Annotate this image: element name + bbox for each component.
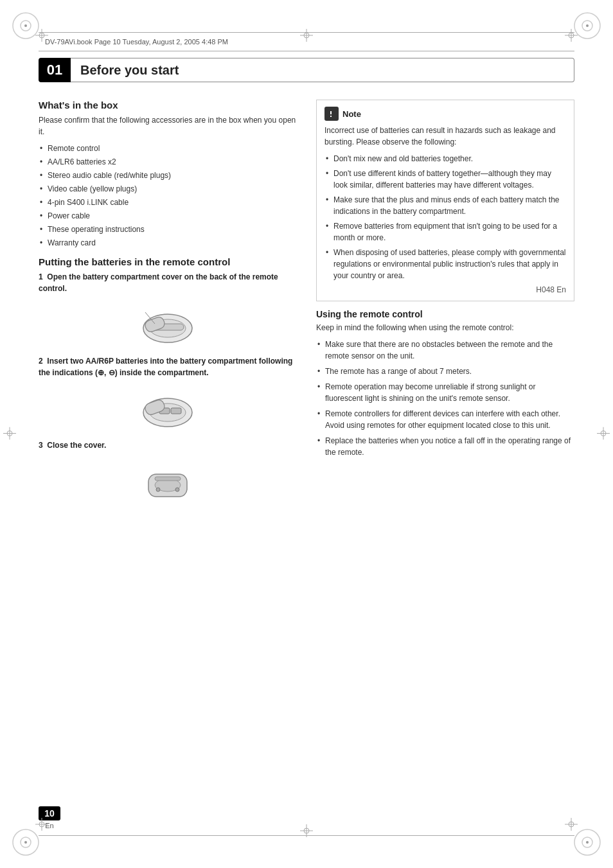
list-item: Remote control [39,143,297,154]
svg-point-41 [175,488,179,492]
note-title: Note [342,109,361,119]
list-item: Warranty card [39,237,297,249]
main-content: What's in the box Please confirm that th… [39,100,574,512]
note-list-item: When disposing of used batteries, please… [324,247,566,281]
note-list-item: Make sure that the plus and minus ends o… [324,194,566,217]
list-item: Video cable (yellow plugs) [39,183,297,195]
note-list: Don't mix new and old batteries together… [324,153,566,281]
svg-point-8 [24,841,27,844]
using-remote-heading: Using the remote control [316,309,574,319]
crosshair-center-top [300,29,313,44]
crosshair-bottom-left [35,818,48,833]
step-2: 2 Insert two AA/R6P batteries into the b… [39,355,297,432]
list-item: 4-pin S400 i.LINK cable [39,197,297,208]
note-list-item: Remove batteries from equipment that isn… [324,220,566,244]
step-1-label: 1 Open the battery compartment cover on … [39,271,297,294]
step-3-text: Close the cover. [47,441,106,450]
left-column: What's in the box Please confirm that th… [39,100,297,512]
note-list-item: Don't use different kinds of battery tog… [324,168,566,191]
list-item: Stereo audio cable (red/white plugs) [39,170,297,181]
using-remote-list: Make sure that there are no obstacles be… [316,339,574,458]
step-2-text: Insert two AA/R6P batteries into the bat… [39,357,292,377]
step-2-image [39,384,297,432]
svg-point-40 [156,488,160,492]
step-3-image [39,456,297,504]
note-box: Note Incorrect use of batteries can resu… [316,100,574,301]
svg-rect-39 [155,477,181,481]
step-1: 1 Open the battery compartment cover on … [39,271,297,348]
svg-rect-35 [171,408,181,414]
list-item: AA/LR6 batteries x2 [39,156,297,168]
crosshair-left-mid [3,427,16,441]
step-2-label: 2 Insert two AA/R6P batteries into the b… [39,355,297,378]
using-list-item: Remote operation may become unreliable i… [316,381,574,404]
using-list-item: Remote controllers for different devices… [316,408,574,431]
step-3-illustration [132,456,203,504]
step-1-illustration [132,299,203,348]
using-list-item: Make sure that there are no obstacles be… [316,339,574,362]
svg-rect-43 [330,116,332,117]
chapter-header: 01 Before you start [39,58,574,82]
note-code: H048 En [324,285,566,294]
crosshair-bottom-right [565,818,578,833]
whats-in-box-section: What's in the box Please confirm that th… [39,100,297,249]
note-intro: Incorrect use of batteries can result in… [324,125,566,148]
svg-point-11 [586,841,589,844]
note-list-item: Don't mix new and old batteries together… [324,153,566,164]
svg-point-5 [586,24,589,27]
note-icon [324,107,339,121]
step-1-num: 1 [39,272,43,281]
step-3: 3 Close the cover. [39,439,297,504]
step-3-num: 3 [39,441,43,450]
putting-batteries-section: Putting the batteries in the remote cont… [39,256,297,504]
chapter-title: Before you start [71,58,574,82]
crosshair-right-mid [597,427,610,441]
step-2-num: 2 [39,357,43,366]
step-1-text: Open the battery compartment cover on th… [39,272,278,293]
whats-in-box-list: Remote control AA/LR6 batteries x2 Stere… [39,143,297,249]
step-3-label: 3 Close the cover. [39,439,297,451]
crosshair-center-bottom [300,824,313,839]
step-2-illustration [132,384,203,432]
right-column: Note Incorrect use of batteries can resu… [316,100,574,512]
using-list-item: Replace the batteries when you notice a … [316,435,574,458]
using-list-item: The remote has a range of about 7 meters… [316,366,574,377]
list-item: Power cable [39,210,297,222]
note-header: Note [324,107,566,121]
whats-in-box-intro: Please confirm that the following access… [39,114,297,137]
chapter-number: 01 [39,58,71,82]
using-remote-intro: Keep in mind the following when using th… [316,322,574,333]
list-item: These operating instructions [39,224,297,235]
whats-in-box-heading: What's in the box [39,100,297,111]
step-1-image [39,299,297,348]
putting-batteries-heading: Putting the batteries in the remote cont… [39,256,297,267]
svg-point-2 [24,24,27,27]
using-remote-section: Using the remote control Keep in mind th… [316,309,574,458]
file-info-text: DV-79AVi.book Page 10 Tuesday, August 2,… [45,38,228,46]
